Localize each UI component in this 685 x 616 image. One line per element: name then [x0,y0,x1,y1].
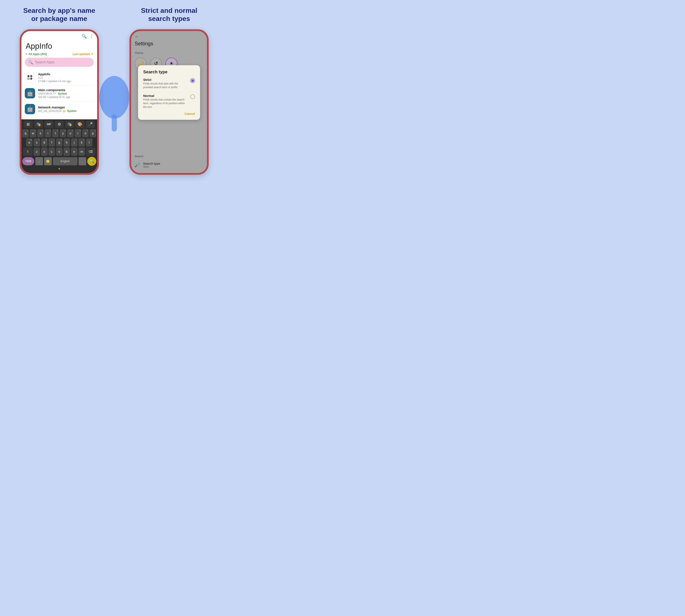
app-icon-network-manager: 🤖 [25,104,35,114]
dialog-option-normal[interactable]: Normal Finds results that contain the se… [143,94,195,109]
keyboard-settings-icon[interactable]: ⚙ [55,120,64,128]
key-w[interactable]: 2w [30,129,36,137]
key-p[interactable]: 0p [90,129,96,137]
dialog-title: Search type [143,69,195,74]
left-heading: Search by app's name or package name [9,6,110,23]
list-item[interactable]: AppInfo v1.0 17 MB • Updated 14 min ago [25,70,94,86]
keyboard-bottom-row: ?123 , 🙂 English . 🔍 [22,157,96,166]
key-t[interactable]: 5t [52,129,59,137]
list-item[interactable]: 🤖 Main components v2023-06-01 T+ System … [25,86,94,102]
keyboard-translate-icon[interactable]: 🎭 [65,120,74,128]
key-j[interactable]: +j [71,138,78,147]
radio-strict[interactable] [190,78,195,83]
key-r[interactable]: 4r [45,129,51,137]
list-item[interactable]: 🤖 Network manager aml_net_331812010 🔱 Sy… [25,102,94,117]
filter-row: ≡ All Apps (331) Last updated ≡ [21,52,97,58]
key-123[interactable]: ?123 [22,157,34,165]
last-updated-filter[interactable]: Last updated ≡ [72,52,93,56]
keyboard-top-row: ⊞ 🎭 GIF ⚙ 🎭 🎨 🎤 [22,120,96,128]
key-g[interactable]: &g [56,138,63,147]
key-f[interactable]: _f [48,138,55,147]
key-x[interactable]: x [41,148,47,156]
key-k[interactable]: (k [79,138,85,147]
keyboard-row-3: ⇧ z x c v b n m ⌫ [22,148,96,156]
keyboard-sticker-icon[interactable]: 🎭 [34,120,43,128]
key-q[interactable]: 1q [22,129,29,137]
right-phone: ← Settings Theme 🌙 ↺ ☀ Search type Stric… [129,29,209,175]
left-phone: 🔍 AppInfo ≡ All Apps (331) Last updated … [20,29,99,175]
key-shift[interactable]: ⇧ [23,148,33,156]
key-h[interactable]: -h [64,138,70,147]
key-emoji[interactable]: 🙂 [44,157,52,165]
keyboard-spacebar[interactable]: English [53,157,78,165]
svg-point-0 [99,76,129,119]
phone-top-bar: 🔍 [21,31,97,40]
app-list: AppInfo v1.0 17 MB • Updated 14 min ago … [21,70,97,119]
svg-rect-1 [112,114,117,132]
search-type-dialog: Search type Strict Finds results that st… [138,65,200,120]
key-c[interactable]: c [48,148,55,156]
keyboard-mic-icon[interactable]: 🎤 [86,120,95,128]
key-y[interactable]: 6y [60,129,66,137]
key-period[interactable]: . [79,157,86,165]
app-icon-appinfo [25,72,35,83]
search-bar[interactable]: 🔍 Search Apps [25,58,94,67]
key-comma[interactable]: , [35,157,43,165]
key-l[interactable]: )l [86,138,92,147]
all-apps-filter[interactable]: ≡ All Apps (331) [26,52,47,56]
key-e[interactable]: 3e [37,129,44,137]
more-options-icon[interactable] [89,34,94,39]
keyboard-row-1: 1q 2w 3e 4r 5t 6y 7u 8i 9o 0p [22,129,96,137]
keyboard-palette-icon[interactable]: 🎨 [75,120,84,128]
key-m[interactable]: m [79,148,85,156]
key-backspace[interactable]: ⌫ [86,148,95,156]
search-bar-icon: 🔍 [28,60,33,65]
keyboard-gif-btn[interactable]: GIF [44,120,53,128]
decorative-blob [93,72,136,132]
key-n[interactable]: n [71,148,78,156]
radio-normal[interactable] [190,94,195,99]
key-a[interactable]: @a [26,138,33,147]
key-z[interactable]: z [34,148,40,156]
keyboard-down-arrow[interactable]: ▼ [22,166,96,171]
search-bar-placeholder: Search Apps [35,60,55,64]
keyboard-row-2: @a #s $d _f &g -h +j (k )l [22,138,96,147]
search-icon[interactable]: 🔍 [82,34,87,39]
dialog-option-strict[interactable]: Strict Finds results that start with the… [143,78,195,89]
app-title: AppInfo [21,40,97,52]
key-s[interactable]: #s [34,138,40,147]
key-d[interactable]: $d [41,138,47,147]
cancel-button[interactable]: Cancel [185,112,195,115]
keyboard-grid-icon[interactable]: ⊞ [24,120,33,128]
key-i[interactable]: 8i [75,129,81,137]
app-icon-main-components: 🤖 [25,88,35,98]
keyboard: ⊞ 🎭 GIF ⚙ 🎭 🎨 🎤 1q 2w 3e 4r 5t 6y 7u 8i … [21,119,97,173]
key-o[interactable]: 9o [82,129,89,137]
key-enter[interactable]: 🔍 [87,157,96,166]
key-v[interactable]: v [56,148,63,156]
dialog-footer: Cancel [143,112,195,115]
dialog-overlay: Search type Strict Finds results that st… [131,31,207,173]
right-heading: Strict and normal search types [119,6,219,23]
key-u[interactable]: 7u [67,129,73,137]
key-b[interactable]: b [64,148,70,156]
